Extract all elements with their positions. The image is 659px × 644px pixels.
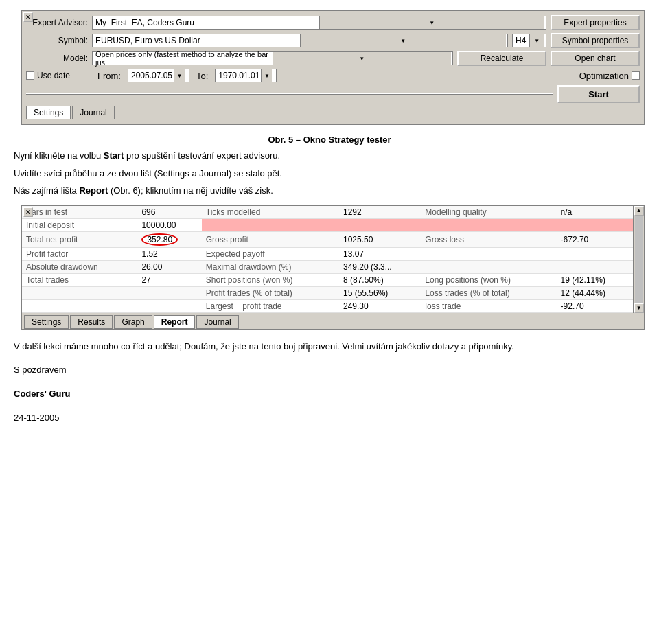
recalculate-button[interactable]: Recalculate: [457, 51, 546, 66]
footer-name: Coders' Guru: [14, 387, 645, 402]
col1-val: 352.80: [137, 231, 201, 247]
col3-label: loss trade: [421, 299, 556, 312]
para2: Uvidíte svíci průběhu a ze dvou lišt (Se…: [14, 167, 645, 181]
col1-label: Total trades: [22, 273, 137, 286]
para3-bold: Report: [79, 185, 108, 196]
tab-results[interactable]: Results: [70, 315, 113, 329]
symbol-row: Symbol: EURUSD, Euro vs US Dollar ▼ H4 ▼…: [26, 33, 640, 48]
col2-label: Ticks modelled: [202, 206, 339, 219]
model-row: Model: Open prices only (fastest method …: [26, 51, 640, 66]
tester-panel-top: ✕ Expert Advisor: My_First_EA, Coders Gu…: [21, 10, 645, 125]
to-value: 1970.01.01: [217, 71, 261, 80]
col1-label: Absolute drawdown: [22, 260, 137, 273]
col3-label: [421, 260, 556, 273]
timeframe-value: H4: [514, 36, 529, 45]
close-button[interactable]: ✕: [23, 12, 33, 22]
expert-value: My_First_EA, Coders Guru: [94, 18, 319, 27]
col1-val: [137, 299, 201, 312]
symbol-properties-button[interactable]: Symbol properties: [551, 33, 640, 48]
col1-val: 26.00: [137, 260, 201, 273]
col1-val: 1.52: [137, 247, 201, 260]
scroll-track: [635, 216, 643, 303]
expert-properties-button[interactable]: Expert properties: [551, 15, 640, 30]
scroll-down-button[interactable]: ▼: [634, 303, 644, 313]
from-dropdown[interactable]: 2005.07.05 ▼: [128, 69, 189, 82]
usedate-checkbox[interactable]: [26, 71, 34, 80]
to-dropdown-arrow[interactable]: ▼: [261, 69, 272, 82]
table-row: Initial deposit 10000.00: [22, 218, 633, 231]
from-label: From:: [97, 71, 121, 81]
col1-val: [137, 286, 201, 299]
col3-label: Modelling quality: [421, 206, 556, 219]
results-panel: ✕ Bars in test 696 Ticks modelled 1292 M…: [21, 205, 645, 330]
col2-label: Expected payoff: [202, 247, 339, 260]
col3-label: [421, 247, 556, 260]
results-table: Bars in test 696 Ticks modelled 1292 Mod…: [22, 206, 633, 313]
footer-date: 24-11-2005: [14, 411, 645, 426]
table-row: Total net profit 352.80 Gross profit 102…: [22, 231, 633, 247]
para3-before: Nás zajímá lišta: [14, 185, 79, 196]
optimization-row: Optimization: [284, 71, 640, 81]
expert-dropdown-arrow[interactable]: ▼: [319, 16, 545, 29]
table-row: Profit trades (% of total) 15 (55.56%) L…: [22, 286, 633, 299]
para3: Nás zajímá lišta Report (Obr. 6); kliknu…: [14, 184, 645, 198]
usedate-label: Use date: [37, 71, 70, 80]
col2-val: 249.30: [339, 299, 421, 312]
from-value: 2005.07.05: [130, 71, 174, 80]
optimization-label: Optimization: [579, 71, 629, 81]
tab-journal[interactable]: Journal: [72, 106, 114, 119]
tab-journal-results[interactable]: Journal: [196, 315, 238, 329]
to-dropdown[interactable]: 1970.01.01 ▼: [215, 69, 277, 82]
table-row: Profit factor 1.52 Expected payoff 13.07: [22, 247, 633, 260]
timeframe-dropdown[interactable]: H4 ▼: [512, 34, 546, 47]
from-dropdown-arrow[interactable]: ▼: [174, 69, 185, 82]
table-row: Largest profit trade 249.30 loss trade -…: [22, 299, 633, 312]
results-close-button[interactable]: ✕: [23, 207, 33, 217]
col2-val: 1292: [339, 206, 421, 219]
model-dropdown[interactable]: Open prices only (fastest method to anal…: [92, 51, 453, 65]
col1-val: 10000.00: [137, 218, 201, 231]
tab-report[interactable]: Report: [154, 315, 196, 329]
col2-label: Profit trades (% of total): [202, 286, 339, 299]
symbol-dropdown-arrow[interactable]: ▼: [300, 34, 507, 47]
col1-label: Bars in test: [22, 206, 137, 219]
highlight-cell: [202, 218, 633, 231]
col1-label: Profit factor: [22, 247, 137, 260]
col1-label: [22, 299, 137, 312]
openchart-button[interactable]: Open chart: [551, 51, 640, 66]
results-table-wrapper: Bars in test 696 Ticks modelled 1292 Mod…: [22, 206, 644, 313]
col3-val: [557, 247, 634, 260]
footer-para1: V další lekci máme mnoho co říct a uděla…: [14, 340, 645, 354]
date-row: Use date From: 2005.07.05 ▼ To: 1970.01.…: [26, 69, 640, 82]
col1-label: Initial deposit: [22, 218, 137, 231]
scrollbar: ▲ ▼: [633, 206, 644, 313]
top-tabs: Settings Journal: [26, 106, 640, 119]
tab-settings-results[interactable]: Settings: [24, 315, 69, 329]
col3-label: Gross loss: [421, 231, 556, 247]
col3-val: -672.70: [557, 231, 634, 247]
tab-settings[interactable]: Settings: [26, 106, 71, 119]
para3-after: (Obr. 6); kliknutím na něj uvidíte váš z…: [108, 185, 273, 196]
col3-val: 12 (44.44%): [557, 286, 634, 299]
scroll-up-button[interactable]: ▲: [634, 206, 644, 216]
model-dropdown-arrow[interactable]: ▼: [273, 52, 452, 65]
table-row: Absolute drawdown 26.00 Maximal drawdown…: [22, 260, 633, 273]
to-label: To:: [196, 71, 208, 81]
separator: [26, 93, 553, 95]
col3-val: -92.70: [557, 299, 634, 312]
tab-graph[interactable]: Graph: [114, 315, 152, 329]
expert-row: Expert Advisor: My_First_EA, Coders Guru…: [26, 15, 640, 30]
col3-label: Long positions (won %): [421, 273, 556, 286]
figure-caption: Obr. 5 – Okno Strategy tester: [14, 135, 645, 145]
col2-label: Largest profit trade: [202, 299, 339, 312]
col2-val: 349.20 (3.3...: [339, 260, 421, 273]
symbol-dropdown[interactable]: EURUSD, Euro vs US Dollar ▼: [92, 34, 508, 47]
optimization-checkbox[interactable]: [632, 71, 640, 80]
expert-label: Expert Advisor:: [26, 18, 88, 27]
expert-dropdown[interactable]: My_First_EA, Coders Guru ▼: [92, 16, 546, 30]
start-button[interactable]: Start: [557, 85, 640, 103]
intro-text-part1: Nyní klikněte na volbu: [14, 150, 104, 161]
timeframe-dropdown-arrow[interactable]: ▼: [529, 34, 545, 47]
start-row: Start: [26, 85, 640, 103]
start-bold: Start: [104, 150, 124, 161]
